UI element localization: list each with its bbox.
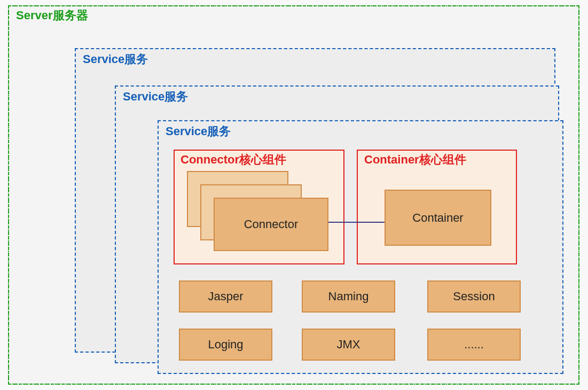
- module-session: Session: [427, 280, 521, 313]
- module-loging: Loging: [179, 329, 272, 361]
- connector-box-front: Connector: [214, 198, 328, 251]
- module-naming-label: Naming: [328, 290, 369, 303]
- connector-core-title: Connector核心组件: [181, 154, 286, 166]
- module-jmx-label: JMX: [337, 338, 360, 352]
- container-core-title: Container核心组件: [364, 154, 466, 166]
- module-jasper-label: Jasper: [208, 290, 243, 303]
- service-title-front: Service服务: [166, 126, 231, 137]
- container-box-label: Container: [412, 211, 463, 225]
- connector-container-link: [328, 222, 385, 223]
- module-jasper: Jasper: [179, 280, 272, 313]
- module-loging-label: Loging: [208, 338, 243, 352]
- service-title-mid: Service服务: [123, 91, 188, 103]
- module-naming: Naming: [302, 280, 395, 313]
- module-session-label: Session: [453, 290, 495, 303]
- module-more-label: ......: [464, 338, 484, 352]
- module-more: ......: [427, 329, 521, 361]
- service-title-back: Service服务: [83, 53, 148, 65]
- container-box: Container: [385, 190, 491, 246]
- module-jmx: JMX: [302, 329, 395, 361]
- server-title: Server服务器: [16, 10, 88, 21]
- connector-box-label: Connector: [244, 217, 299, 231]
